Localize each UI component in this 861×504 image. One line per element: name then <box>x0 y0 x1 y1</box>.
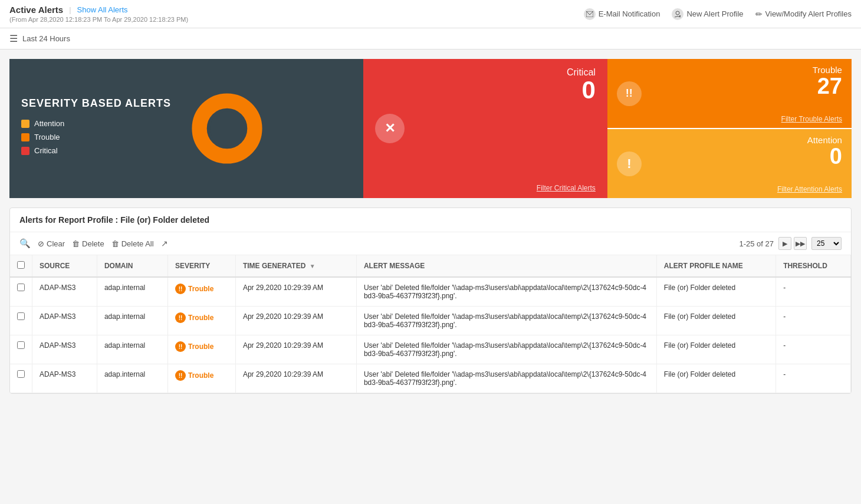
attention-dot <box>21 120 29 128</box>
view-modify-button[interactable]: ✏ View/Modify Alert Profiles <box>755 9 852 19</box>
alert-message-cell: User 'abi' Deleted file/folder '\\adap-m… <box>356 335 656 364</box>
severity-badge: !! Trouble <box>175 284 213 294</box>
row-checkbox-cell <box>10 277 32 307</box>
severity-cell: !! Trouble <box>167 277 235 307</box>
source-cell: ADAP-MS3 <box>32 335 97 364</box>
email-notification-button[interactable]: E-Mail Notification <box>584 8 660 20</box>
row-checkbox-0[interactable] <box>17 284 25 291</box>
clear-button[interactable]: ⊘ Clear <box>38 239 65 248</box>
chart-title: SEVERITY BASED ALERTS <box>21 97 171 110</box>
threshold-cell: - <box>776 307 851 335</box>
divider: | <box>69 5 71 14</box>
legend-trouble: Trouble <box>21 133 171 141</box>
critical-icon: ✕ <box>375 114 405 143</box>
severity-badge: !! Trouble <box>175 370 213 381</box>
active-alerts-title: Active Alerts <box>9 5 63 15</box>
severity-badge: !! Trouble <box>175 312 213 323</box>
severity-col-header: SEVERITY <box>167 255 235 277</box>
delete-all-button[interactable]: 🗑 Delete All <box>111 239 154 248</box>
view-modify-label: View/Modify Alert Profiles <box>765 9 852 18</box>
table-body: ADAP-MS3 adap.internal !! Trouble Apr 29… <box>10 277 851 393</box>
top-bar: Active Alerts | Show All Alerts (From Ap… <box>0 0 861 28</box>
severity-cell: !! Trouble <box>167 364 235 393</box>
hamburger-icon[interactable]: ☰ <box>9 33 18 44</box>
row-checkbox-cell <box>10 335 32 364</box>
critical-count-value: 0 <box>567 78 596 103</box>
severity-icon: !! <box>175 284 186 294</box>
attention-count-group: Attention 0 <box>807 135 842 167</box>
header-row: SOURCE DOMAIN SEVERITY TIME GENERATED ▼ … <box>10 255 851 277</box>
legend-attention: Attention <box>21 119 171 128</box>
toolbar-right: 1-25 of 27 ▶ ▶▶ 25 50 100 <box>739 237 842 250</box>
row-checkbox-3[interactable] <box>17 370 25 378</box>
critical-label: Critical <box>34 146 58 155</box>
prev-page-button[interactable]: ▶ <box>778 237 791 250</box>
row-checkbox-2[interactable] <box>17 341 25 349</box>
attention-panel: ! Attention 0 Filter Attention Alerts <box>607 128 852 198</box>
per-page-select[interactable]: 25 50 100 <box>811 237 842 250</box>
export-icon[interactable]: ↗ <box>161 239 168 248</box>
severity-cell: !! Trouble <box>167 335 235 364</box>
sort-arrow: ▼ <box>310 263 316 269</box>
time-generated-cell: Apr 29,2020 10:29:39 AM <box>235 364 356 393</box>
alerts-toolbar: 🔍 ⊘ Clear 🗑 Delete 🗑 Delete All ↗ 1-25 o… <box>10 232 851 255</box>
threshold-cell: - <box>776 335 851 364</box>
source-cell: ADAP-MS3 <box>32 307 97 335</box>
date-range: (From Apr 28,2020 12:18:23 PM To Apr 29,… <box>9 16 188 23</box>
severity-icon: !! <box>175 370 186 381</box>
top-left-title: Active Alerts | Show All Alerts <box>9 5 188 15</box>
alert-profile-col-header: ALERT PROFILE NAME <box>656 255 775 277</box>
table-row: ADAP-MS3 adap.internal !! Trouble Apr 29… <box>10 277 851 307</box>
alert-message-cell: User 'abi' Deleted file/folder '\\adap-m… <box>356 364 656 393</box>
time-generated-col-header[interactable]: TIME GENERATED ▼ <box>235 255 356 277</box>
new-alert-profile-button[interactable]: New Alert Profile <box>672 8 743 20</box>
alerts-section-title: Alerts for Report Profile : File (or) Fo… <box>19 215 209 225</box>
time-label: Last 24 Hours <box>22 34 70 43</box>
attention-count-value: 0 <box>807 145 842 167</box>
delete-icon: 🗑 <box>72 239 80 248</box>
show-all-alerts-link[interactable]: Show All Alerts <box>77 5 128 14</box>
trouble-dot <box>21 133 29 141</box>
clear-label: Clear <box>47 239 65 248</box>
severity-icon: !! <box>175 341 186 352</box>
alert-profile-name-cell: File (or) Folder deleted <box>656 364 775 393</box>
chart-legend: SEVERITY BASED ALERTS Attention Trouble … <box>21 97 171 160</box>
domain-cell: adap.internal <box>97 277 167 307</box>
attention-icon: ! <box>617 151 642 176</box>
severity-chart-panel: SEVERITY BASED ALERTS Attention Trouble … <box>9 59 363 198</box>
alert-profile-name-cell: File (or) Folder deleted <box>656 335 775 364</box>
row-checkbox-1[interactable] <box>17 312 25 320</box>
select-all-checkbox[interactable] <box>17 261 25 269</box>
domain-cell: adap.internal <box>97 364 167 393</box>
right-panels: !! Trouble 27 Filter Trouble Alerts ! At… <box>607 59 852 198</box>
trouble-panel: !! Trouble 27 Filter Trouble Alerts <box>607 59 852 128</box>
pagination-info: 1-25 of 27 <box>739 239 774 248</box>
alert-message-cell: User 'abi' Deleted file/folder '\\adap-m… <box>356 277 656 307</box>
filter-trouble-alerts-link[interactable]: Filter Trouble Alerts <box>781 115 842 123</box>
severity-cell: !! Trouble <box>167 307 235 335</box>
select-all-col <box>10 255 32 277</box>
svg-point-6 <box>210 111 244 146</box>
domain-col-header: DOMAIN <box>97 255 167 277</box>
domain-cell: adap.internal <box>97 307 167 335</box>
delete-button[interactable]: 🗑 Delete <box>72 239 104 248</box>
last-page-button[interactable]: ▶▶ <box>794 237 807 250</box>
filter-attention-alerts-link[interactable]: Filter Attention Alerts <box>777 185 842 193</box>
threshold-col-header: THRESHOLD <box>776 255 851 277</box>
severity-badge: !! Trouble <box>175 341 213 352</box>
trouble-label: Trouble <box>34 133 60 141</box>
pencil-icon: ✏ <box>755 9 763 19</box>
donut-chart <box>189 90 265 167</box>
alert-profile-name-cell: File (or) Folder deleted <box>656 307 775 335</box>
time-generated-cell: Apr 29,2020 10:29:39 AM <box>235 307 356 335</box>
top-left: Active Alerts | Show All Alerts (From Ap… <box>9 5 188 23</box>
search-icon[interactable]: 🔍 <box>19 238 31 249</box>
table-row: ADAP-MS3 adap.internal !! Trouble Apr 29… <box>10 335 851 364</box>
table-row: ADAP-MS3 adap.internal !! Trouble Apr 29… <box>10 307 851 335</box>
source-cell: ADAP-MS3 <box>32 277 97 307</box>
trouble-icon: !! <box>617 81 642 106</box>
critical-dot <box>21 147 29 155</box>
clear-icon: ⊘ <box>38 239 44 248</box>
alerts-table: SOURCE DOMAIN SEVERITY TIME GENERATED ▼ … <box>10 255 851 393</box>
filter-critical-alerts-link[interactable]: Filter Critical Alerts <box>537 184 596 192</box>
